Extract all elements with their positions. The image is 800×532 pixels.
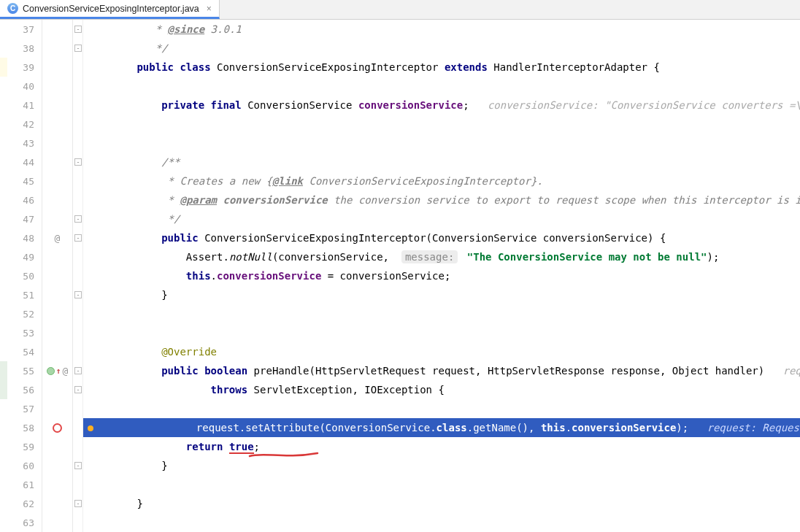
line-number[interactable]: 45: [7, 176, 42, 187]
code-line[interactable]: }: [83, 285, 800, 304]
vcs-mark: [0, 247, 7, 266]
fold-toggle-icon[interactable]: -: [74, 291, 82, 298]
vcs-mark: [0, 171, 7, 190]
fold-toggle-icon[interactable]: -: [74, 500, 82, 507]
code-line[interactable]: [83, 513, 800, 532]
fold-toggle-icon[interactable]: -: [74, 367, 82, 374]
vcs-mark: [0, 323, 7, 342]
vcs-mark: [0, 494, 7, 513]
fold-toggle-icon[interactable]: -: [74, 215, 82, 223]
code-line[interactable]: [83, 399, 800, 418]
vcs-mark: [0, 153, 7, 171]
line-number[interactable]: 37: [7, 24, 42, 35]
fold-toggle-icon[interactable]: -: [74, 462, 82, 469]
code-line[interactable]: /**: [83, 153, 800, 171]
fold-toggle-icon[interactable]: -: [74, 386, 82, 393]
code-line[interactable]: public ConversionServiceExposingIntercep…: [83, 228, 800, 247]
tab-bar: C ConversionServiceExposingInterceptor.j…: [0, 0, 800, 20]
line-number[interactable]: 60: [7, 460, 42, 471]
code-area[interactable]: * @since 3.0.1 */ public class Conversio…: [83, 20, 800, 532]
vcs-mark: [0, 418, 7, 437]
line-number[interactable]: 42: [7, 119, 42, 130]
code-line[interactable]: [83, 115, 800, 134]
vcs-mark: [0, 134, 7, 153]
code-line[interactable]: public boolean preHandle(HttpServletRequ…: [83, 361, 800, 380]
code-line[interactable]: this.conversionService = conversionServi…: [83, 266, 800, 285]
code-line[interactable]: request.setAttribute(ConversionService.c…: [83, 418, 800, 437]
line-number[interactable]: 51: [7, 290, 42, 301]
breakpoint-icon[interactable]: [53, 423, 62, 433]
code-line[interactable]: * Creates a new {@link ConversionService…: [83, 171, 800, 190]
vcs-mark: [0, 190, 7, 209]
vcs-mark: [0, 437, 7, 456]
vcs-mark: [0, 228, 7, 247]
marker-gutter[interactable]: @↑@: [42, 20, 73, 532]
vcs-mark: [0, 285, 7, 304]
line-number[interactable]: 56: [7, 385, 42, 396]
code-editor: 3738394041424344454647484950515253545556…: [0, 20, 800, 532]
line-number[interactable]: 50: [7, 271, 42, 282]
vcs-mark: [0, 96, 7, 115]
file-tab[interactable]: C ConversionServiceExposingInterceptor.j…: [0, 0, 220, 19]
line-number[interactable]: 46: [7, 195, 42, 206]
line-number[interactable]: 53: [7, 328, 42, 339]
code-line[interactable]: return true;: [83, 437, 800, 456]
line-number[interactable]: 54: [7, 347, 42, 358]
line-number[interactable]: 49: [7, 252, 42, 263]
annotation-underline: [248, 450, 336, 460]
tab-filename: ConversionServiceExposingInterceptor.jav…: [23, 4, 199, 14]
line-number[interactable]: 62: [7, 498, 42, 509]
vcs-mark: [0, 304, 7, 323]
line-number[interactable]: 43: [7, 138, 42, 149]
fold-toggle-icon[interactable]: -: [74, 234, 82, 242]
line-number[interactable]: 44: [7, 157, 42, 168]
vcs-mark: [0, 77, 7, 96]
line-number-gutter[interactable]: 3738394041424344454647484950515253545556…: [7, 20, 42, 532]
code-line[interactable]: * @param conversionService the conversio…: [83, 190, 800, 209]
line-number[interactable]: 58: [7, 423, 42, 433]
vcs-mark: [0, 361, 7, 380]
code-line[interactable]: */: [83, 39, 800, 58]
overrides-arrow-icon[interactable]: ↑: [56, 366, 61, 376]
code-line[interactable]: Assert.notNull(conversionService, messag…: [83, 247, 800, 266]
fold-toggle-icon[interactable]: -: [74, 45, 82, 52]
code-line[interactable]: }: [83, 456, 800, 475]
at-sign-icon: @: [55, 233, 61, 244]
vcs-mark: [0, 209, 7, 228]
execution-point-icon: [88, 425, 93, 431]
code-line[interactable]: }: [83, 494, 800, 513]
line-number[interactable]: 38: [7, 43, 42, 54]
code-line[interactable]: [83, 134, 800, 153]
code-line[interactable]: * @since 3.0.1: [83, 20, 800, 39]
line-number[interactable]: 47: [7, 214, 42, 225]
line-number[interactable]: 40: [7, 81, 42, 92]
fold-toggle-icon[interactable]: -: [74, 158, 82, 166]
code-line[interactable]: [83, 475, 800, 494]
line-number[interactable]: 59: [7, 442, 42, 452]
override-icon[interactable]: [47, 367, 55, 375]
code-line[interactable]: */: [83, 209, 800, 228]
at-sign-icon: @: [62, 366, 68, 377]
code-line[interactable]: @Override: [83, 342, 800, 361]
fold-toggle-icon[interactable]: -: [74, 26, 82, 33]
code-line[interactable]: [83, 323, 800, 342]
line-number[interactable]: 61: [7, 479, 42, 490]
line-number[interactable]: 52: [7, 309, 42, 320]
code-line[interactable]: public class ConversionServiceExposingIn…: [83, 58, 800, 77]
fold-gutter[interactable]: ----------: [73, 20, 83, 532]
code-line[interactable]: [83, 77, 800, 96]
close-icon[interactable]: ×: [207, 4, 212, 14]
line-number[interactable]: 55: [7, 366, 42, 377]
code-line[interactable]: private final ConversionService conversi…: [83, 96, 800, 115]
vcs-mark: [0, 58, 7, 77]
code-line[interactable]: throws ServletException, IOException {: [83, 380, 800, 399]
line-number[interactable]: 57: [7, 404, 42, 415]
vcs-mark: [0, 20, 7, 39]
vcs-strip: [0, 20, 7, 532]
line-number[interactable]: 48: [7, 233, 42, 244]
line-number[interactable]: 39: [7, 62, 42, 73]
vcs-mark: [0, 399, 7, 418]
line-number[interactable]: 63: [7, 517, 42, 528]
line-number[interactable]: 41: [7, 100, 42, 111]
code-line[interactable]: [83, 304, 800, 323]
